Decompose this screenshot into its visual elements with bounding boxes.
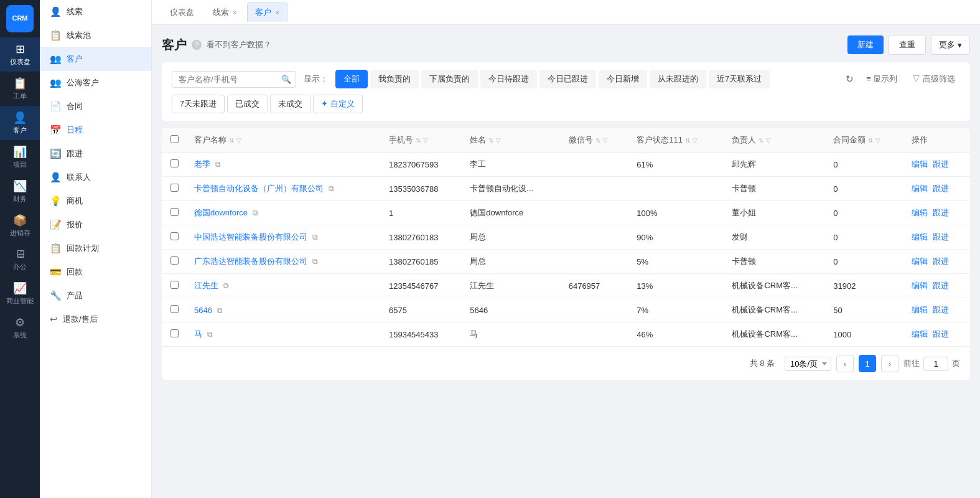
- filter-tab-mine[interactable]: 我负责的: [370, 70, 419, 88]
- customer-name-link[interactable]: 卡普顿自动化设备（广州）有限公司: [194, 184, 324, 193]
- icon-bar-item-customers[interactable]: 👤 客户: [0, 106, 40, 140]
- new-button[interactable]: 新建: [847, 35, 884, 54]
- tab-customers[interactable]: 客户 ×: [247, 2, 287, 22]
- reset-button[interactable]: 查重: [889, 35, 926, 55]
- search-icon[interactable]: 🔍: [281, 75, 291, 84]
- edit-button[interactable]: 编辑: [912, 207, 928, 218]
- copy-icon[interactable]: ⧉: [312, 257, 318, 266]
- filter-tab-custom[interactable]: ✦ 自定义: [313, 95, 363, 113]
- icon-bar-item-orders[interactable]: 📋 工单: [0, 72, 40, 106]
- page-size-select[interactable]: 10条/页 20条/页 50条/页: [785, 357, 831, 371]
- follow-button[interactable]: 跟进: [933, 256, 949, 267]
- copy-icon[interactable]: ⧉: [312, 233, 318, 242]
- row-checkbox[interactable]: [170, 232, 179, 240]
- copy-icon[interactable]: ⧉: [217, 306, 223, 315]
- next-page-button[interactable]: ›: [881, 355, 898, 372]
- customer-name-link[interactable]: 江先生: [194, 281, 218, 290]
- filter-tab-today-done[interactable]: 今日已跟进: [539, 70, 596, 88]
- tab-dashboard[interactable]: 仪表盘: [162, 2, 202, 22]
- status-sort-icon[interactable]: ⇅: [685, 137, 690, 144]
- row-checkbox[interactable]: [170, 305, 179, 313]
- goto-input[interactable]: [923, 357, 948, 371]
- edit-button[interactable]: 编辑: [912, 256, 928, 267]
- filter-tab-never-follow[interactable]: 从未跟进的: [650, 70, 706, 88]
- icon-bar-item-dashboard[interactable]: ⊞ 仪表盘: [0, 37, 40, 72]
- row-checkbox[interactable]: [170, 281, 179, 289]
- phone-filter-icon[interactable]: ▽: [423, 137, 428, 144]
- copy-icon[interactable]: ⧉: [207, 330, 213, 339]
- sidebar-item-lead-pool[interactable]: 📋 线索池: [40, 24, 151, 47]
- follow-button[interactable]: 跟进: [933, 304, 949, 316]
- customer-name-link[interactable]: 德国downforce: [194, 208, 248, 217]
- follow-button[interactable]: 跟进: [933, 280, 949, 291]
- status-filter-icon[interactable]: ▽: [693, 137, 698, 144]
- sidebar-item-repayment-plan[interactable]: 📋 回款计划: [40, 237, 151, 260]
- edit-button[interactable]: 编辑: [912, 304, 928, 316]
- sidebar-item-public-customers[interactable]: 👥 公海客户: [40, 71, 151, 95]
- owner-sort-icon[interactable]: ⇅: [758, 137, 763, 144]
- refresh-button[interactable]: ↻: [843, 71, 856, 87]
- prev-page-button[interactable]: ‹: [836, 355, 854, 372]
- customer-name-link[interactable]: 马: [194, 329, 202, 339]
- sidebar-item-customers[interactable]: 👥 客户: [40, 47, 151, 71]
- icon-bar-item-bi[interactable]: 📈 商业智能: [0, 276, 40, 311]
- contact-filter-icon[interactable]: ▽: [496, 137, 501, 144]
- follow-button[interactable]: 跟进: [933, 159, 949, 170]
- copy-icon[interactable]: ⧉: [215, 160, 221, 169]
- display-cols-button[interactable]: ≡ 显示列: [861, 71, 902, 87]
- edit-button[interactable]: 编辑: [912, 183, 928, 194]
- filter-tab-7days-no-follow[interactable]: 7天未跟进: [172, 95, 225, 113]
- sidebar-item-repayment[interactable]: 💳 回款: [40, 260, 151, 284]
- customer-name-link[interactable]: 广东浩达智能装备股份有限公司: [194, 256, 307, 266]
- sidebar-item-contacts[interactable]: 👤 联系人: [40, 166, 151, 189]
- amount-filter-icon[interactable]: ▽: [875, 137, 880, 144]
- name-filter-icon[interactable]: ▽: [236, 137, 241, 144]
- filter-tab-unclosed[interactable]: 未成交: [270, 95, 310, 113]
- tab-leads[interactable]: 线索 ×: [205, 2, 245, 22]
- tab-leads-close[interactable]: ×: [233, 9, 236, 16]
- filter-tab-today-pending[interactable]: 今日待跟进: [480, 70, 537, 88]
- wechat-filter-icon[interactable]: ▽: [603, 137, 608, 144]
- icon-bar-item-inventory[interactable]: 📦 进销存: [0, 209, 40, 243]
- tab-customers-close[interactable]: ×: [275, 9, 279, 16]
- more-button[interactable]: 更多 ▾: [931, 35, 970, 55]
- phone-sort-icon[interactable]: ⇅: [416, 137, 421, 144]
- filter-tab-today-new[interactable]: 今日新增: [599, 70, 647, 88]
- sidebar-item-follow-up[interactable]: 🔄 跟进: [40, 142, 151, 166]
- icon-bar-item-system[interactable]: ⚙ 系统: [0, 311, 40, 345]
- page-help-text[interactable]: 看不到客户数据？: [207, 39, 271, 50]
- sidebar-item-leads[interactable]: 👤 线索: [40, 0, 151, 24]
- edit-button[interactable]: 编辑: [912, 159, 928, 170]
- row-checkbox[interactable]: [170, 184, 179, 192]
- follow-button[interactable]: 跟进: [933, 232, 949, 243]
- follow-button[interactable]: 跟进: [933, 329, 949, 340]
- filter-tab-subordinate[interactable]: 下属负责的: [421, 70, 478, 88]
- filter-tab-7days-contact[interactable]: 近7天联系过: [709, 70, 770, 88]
- row-checkbox[interactable]: [170, 159, 179, 167]
- search-input[interactable]: [172, 71, 296, 88]
- sidebar-item-contracts[interactable]: 📄 合同: [40, 95, 151, 118]
- edit-button[interactable]: 编辑: [912, 280, 928, 291]
- contact-sort-icon[interactable]: ⇅: [488, 137, 493, 144]
- icon-bar-item-finance[interactable]: 📉 财务: [0, 174, 40, 209]
- sidebar-item-quotation[interactable]: 📝 报价: [40, 213, 151, 237]
- customer-name-link[interactable]: 老季: [194, 159, 210, 169]
- name-sort-icon[interactable]: ⇅: [229, 137, 234, 144]
- copy-icon[interactable]: ⧉: [329, 184, 334, 193]
- copy-icon[interactable]: ⧉: [253, 209, 258, 217]
- copy-icon[interactable]: ⧉: [223, 281, 229, 290]
- amount-sort-icon[interactable]: ⇅: [868, 137, 873, 144]
- customer-name-link[interactable]: 5646: [194, 306, 212, 315]
- customer-name-link[interactable]: 中国浩达智能装备股份有限公司: [194, 232, 307, 242]
- sidebar-item-refund[interactable]: ↩ 退款/售后: [40, 308, 151, 331]
- sidebar-item-schedule[interactable]: 📅 日程: [40, 118, 151, 142]
- advanced-filter-button[interactable]: ▽ 高级筛选: [907, 71, 960, 87]
- page-1-button[interactable]: 1: [859, 355, 876, 372]
- icon-bar-item-office[interactable]: 🖥 办公: [0, 243, 40, 276]
- sidebar-item-opportunities[interactable]: 💡 商机: [40, 189, 151, 213]
- row-checkbox[interactable]: [170, 329, 179, 337]
- wechat-sort-icon[interactable]: ⇅: [595, 137, 600, 144]
- edit-button[interactable]: 编辑: [912, 329, 928, 340]
- icon-bar-item-projects[interactable]: 📊 项目: [0, 140, 40, 174]
- owner-filter-icon[interactable]: ▽: [766, 137, 771, 144]
